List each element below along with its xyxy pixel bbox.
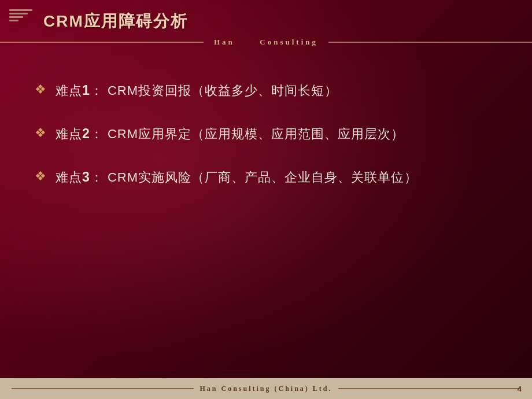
bullet-diamond-3: ❖ — [35, 169, 46, 184]
content-area: ❖ 难点1： CRM投资回报（收益多少、时间长短） ❖ 难点2： CRM应用界定… — [35, 81, 515, 210]
bottom-rule-right — [338, 388, 520, 389]
logo-line-2 — [9, 13, 28, 14]
footer-company: Han Consulting (China) Ltd. — [200, 385, 332, 393]
bullet-number-1: 1 — [82, 83, 90, 98]
bullet-prefix-1: 难点 — [56, 83, 82, 98]
bullet-colon-2: ： — [90, 127, 104, 141]
logo-line-1 — [9, 9, 32, 11]
bullet-number-3: 3 — [82, 169, 90, 184]
bullet-diamond-1: ❖ — [35, 82, 46, 97]
bullet-text-2: 难点2： CRM应用界定（应用规模、应用范围、应用层次） — [56, 124, 404, 143]
brand-consulting: Consulting — [260, 38, 318, 46]
title-rule: Han Consulting — [0, 42, 532, 43]
bullet-number-2: 2 — [82, 126, 90, 141]
bullet-colon-1: ： — [90, 83, 104, 98]
title-section: CRM应用障碍分析 — [43, 10, 520, 32]
logo-line-3 — [9, 16, 23, 18]
bullet-text-1: 难点1： CRM投资回报（收益多少、时间长短） — [56, 81, 338, 100]
bullet-item-3: ❖ 难点3： CRM实施风险（厂商、产品、企业自身、关联单位） — [35, 168, 515, 187]
title-rule-left — [0, 42, 204, 43]
logo — [5, 5, 45, 36]
bullet-prefix-3: 难点 — [56, 170, 82, 184]
bullet-colon-3: ： — [90, 170, 104, 184]
bullet-item-1: ❖ 难点1： CRM投资回报（收益多少、时间长短） — [35, 81, 515, 100]
bottom-bar: Han Consulting (China) Ltd. — [0, 378, 532, 399]
bullet-diamond-2: ❖ — [35, 125, 46, 141]
bullet-item-2: ❖ 难点2： CRM应用界定（应用规模、应用范围、应用层次） — [35, 124, 515, 143]
bullet-content-2: CRM应用界定（应用规模、应用范围、应用层次） — [104, 127, 404, 141]
slide: CRM应用障碍分析 Han Consulting ❖ 难点1： CRM投资回报（… — [0, 0, 532, 399]
title-rule-right — [328, 42, 532, 43]
logo-line-4 — [9, 20, 19, 21]
page-number: 4 — [518, 385, 522, 393]
bullet-content-3: CRM实施风险（厂商、产品、企业自身、关联单位） — [104, 170, 418, 184]
brand-han: Han — [214, 38, 235, 46]
page-title: CRM应用障碍分析 — [43, 10, 520, 32]
bullet-prefix-2: 难点 — [56, 127, 82, 141]
bullet-content-1: CRM投资回报（收益多少、时间长短） — [104, 83, 338, 98]
bottom-rule-left — [12, 388, 194, 389]
brand-name: Han Consulting — [204, 38, 328, 47]
bullet-text-3: 难点3： CRM实施风险（厂商、产品、企业自身、关联单位） — [56, 168, 418, 187]
